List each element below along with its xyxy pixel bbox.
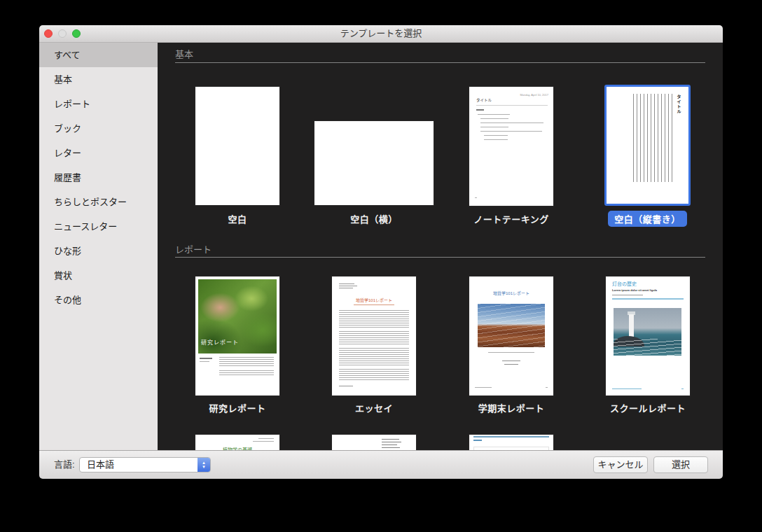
text-line: [480, 131, 542, 132]
text-line: [339, 288, 353, 288]
template-label-school-report: スクールレポート: [606, 401, 690, 415]
template-card-partial-botany[interactable]: 植物学の基礎: [195, 435, 279, 451]
text-line: [339, 284, 354, 284]
sidebar-item-letter[interactable]: レター: [39, 141, 158, 165]
template-card-blank-landscape[interactable]: [314, 121, 434, 205]
section-title-report: レポート: [175, 242, 212, 255]
page-number-line: [681, 388, 684, 389]
template-card-partial-3[interactable]: [469, 435, 553, 451]
note-taking-date: Monday, April 10, 2017: [520, 93, 548, 97]
text-line: [382, 442, 401, 442]
sidebar-item-basic[interactable]: 基本: [39, 67, 158, 92]
template-label-essay: エッセイ: [332, 401, 416, 415]
select-stepper-icon[interactable]: ▲ ▼: [198, 458, 210, 472]
sidebar-item-all[interactable]: すべて: [39, 43, 158, 67]
school-report-thumb-title: 灯台の歴史: [612, 280, 637, 287]
template-card-term-paper[interactable]: 地質学101レポート: [469, 276, 553, 396]
template-gallery[interactable]: 基本 空白 空白（横） Monday, April 10, 2017 タイトル …: [158, 43, 723, 451]
author-line: [502, 360, 520, 361]
paragraph-lines: [339, 310, 409, 328]
date-line: [504, 364, 518, 365]
section-divider: [175, 62, 705, 63]
sidebar-item-book[interactable]: ブック: [39, 116, 158, 141]
template-label-term-paper: 学期末レポート: [469, 401, 553, 415]
text-line: [478, 114, 510, 115]
text-line: [200, 361, 209, 362]
text-line: [480, 118, 508, 119]
template-card-blank[interactable]: [195, 87, 279, 205]
blue-divider: [473, 436, 549, 438]
blue-divider: [612, 298, 684, 300]
sidebar-item-newsletter[interactable]: ニュースレター: [39, 214, 158, 239]
lighthouse-tower: [629, 314, 634, 339]
text-line: [480, 122, 543, 123]
paragraph-lines: [339, 331, 409, 345]
vertical-text-columns: [630, 94, 672, 182]
page-number-line: [475, 197, 477, 198]
text-line: [258, 438, 274, 439]
chevron-down-icon: ▼: [202, 465, 206, 469]
language-value: 日本語: [87, 458, 114, 472]
lighthouse-photo: [614, 308, 681, 356]
template-card-essay[interactable]: 地質学101レポート: [332, 276, 416, 396]
text-line: [200, 358, 212, 359]
footer-line: [339, 386, 353, 386]
text-line: [382, 439, 399, 440]
dialog-footer: 言語: 日本語 ▲ ▼ キャンセル 選択: [39, 450, 723, 479]
template-card-school-report[interactable]: 灯台の歴史 Lorem ipsum dolor sit amet ligula: [606, 276, 690, 396]
byline-line: [612, 295, 643, 295]
text-line: [339, 286, 357, 286]
text-line: [382, 447, 400, 448]
text-line: [253, 441, 274, 442]
sea-foam: [614, 339, 681, 356]
cancel-button[interactable]: キャンセル: [593, 456, 648, 473]
term-paper-thumb-title: 地質学101レポート: [469, 290, 553, 296]
text-line: [484, 139, 508, 140]
sidebar-item-report[interactable]: レポート: [39, 92, 158, 116]
essay-thumb-title: 地質学101レポート: [332, 297, 416, 303]
canyon-photo: [478, 304, 545, 347]
template-label-note-taking: ノートテーキング: [469, 212, 553, 226]
note-taking-rule: [476, 105, 548, 106]
template-card-blank-vertical[interactable]: タイトル: [604, 85, 691, 206]
selected-label-pill: 空白（縦書き）: [608, 211, 687, 227]
template-label-blank-vertical: 空白（縦書き）: [604, 211, 691, 225]
language-label: 言語:: [54, 451, 75, 479]
template-card-partial-2[interactable]: [332, 435, 416, 451]
category-sidebar: すべて 基本 レポート ブック レター 履歴書 ちらしとポスター ニュースレター…: [39, 43, 158, 451]
text-line: [480, 127, 508, 127]
vertical-thumb-title: タイトル: [676, 94, 682, 114]
paragraph-lines: [219, 370, 274, 377]
template-label-blank-landscape: 空白（横）: [314, 212, 434, 226]
section-divider: [175, 257, 705, 258]
window-title: テンプレートを選択: [39, 25, 723, 42]
text-line: [476, 109, 484, 111]
sidebar-item-certificate[interactable]: 賞状: [39, 263, 158, 288]
text-line: [382, 444, 397, 445]
sidebar-item-resume[interactable]: 履歴書: [39, 165, 158, 190]
footer-line: [612, 388, 642, 389]
school-report-thumb-subtitle: Lorem ipsum dolor sit amet ligula: [612, 288, 657, 292]
sidebar-item-misc[interactable]: その他: [39, 288, 158, 312]
select-button[interactable]: 選択: [653, 456, 708, 473]
text-line: [484, 135, 508, 136]
paragraph-lines: [339, 348, 409, 366]
template-card-research-report[interactable]: 研究レポート: [195, 276, 279, 396]
language-select[interactable]: 日本語 ▲ ▼: [79, 457, 211, 472]
template-label-research-report: 研究レポート: [195, 401, 279, 415]
note-taking-title: タイトル: [476, 97, 492, 103]
template-label-blank: 空白: [195, 212, 279, 226]
subtitle-line: [354, 304, 394, 305]
page-number-line: [546, 387, 548, 388]
sidebar-item-stationery[interactable]: ひな形: [39, 239, 158, 263]
blue-text-line: [473, 440, 482, 441]
template-card-note-taking[interactable]: Monday, April 10, 2017 タイトル: [469, 87, 553, 206]
template-chooser-window: テンプレートを選択 すべて 基本 レポート ブック レター 履歴書 ちらしとポス…: [39, 25, 723, 479]
titlebar: テンプレートを選択: [39, 25, 723, 43]
footer-line: [475, 387, 492, 388]
research-report-cover-title: 研究レポート: [201, 338, 239, 346]
paragraph-lines: [219, 357, 274, 368]
paragraph-lines: [339, 369, 409, 382]
sidebar-item-flyers-posters[interactable]: ちらしとポスター: [39, 190, 158, 214]
subtitle-line: [488, 352, 534, 353]
